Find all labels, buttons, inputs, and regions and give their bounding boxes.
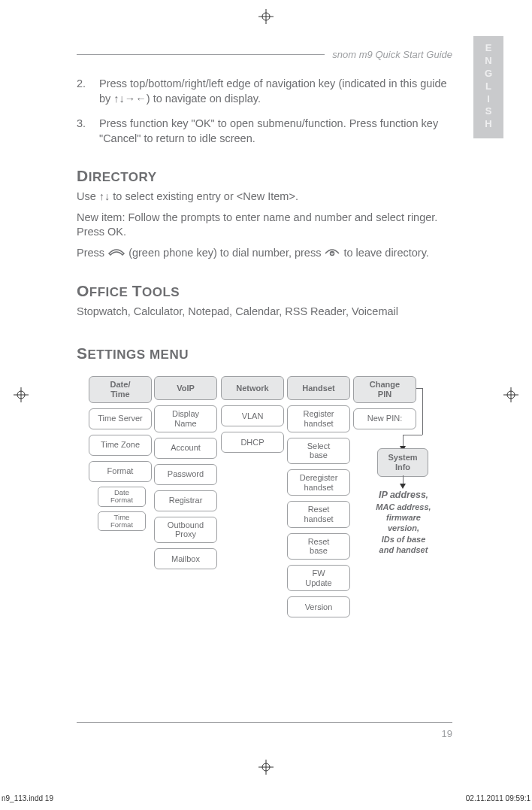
directory-p2: New item: Follow the prompts to enter na…: [77, 211, 452, 240]
guide-title: snom m9 Quick Start Guide: [332, 49, 452, 60]
step-3: 3. Press function key "OK" to open subme…: [77, 117, 452, 146]
col-voip: VoIP DisplayName Account Password Regist…: [154, 376, 217, 569]
system-info-text: IP address,MAC address,firmwareversion,I…: [362, 489, 445, 555]
page-number: 19: [442, 728, 452, 739]
item-reset-base: Resetbase: [287, 533, 350, 560]
menu-network: Network: [221, 376, 284, 400]
item-fw-update: FWUpdate: [287, 565, 350, 591]
registration-mark-icon: [258, 760, 274, 775]
item-vlan: VLAN: [221, 405, 284, 426]
lang-letter: G: [473, 68, 503, 80]
lang-letter: H: [473, 118, 503, 131]
registration-mark-icon: [14, 387, 29, 402]
item-account: Account: [154, 438, 217, 459]
item-mailbox: Mailbox: [154, 548, 217, 569]
item-date-format: DateFormat: [98, 487, 146, 507]
lang-letter: S: [473, 105, 503, 118]
connector-line: [403, 435, 422, 435]
registration-mark-icon: [503, 387, 518, 402]
end-call-icon: [324, 246, 340, 261]
item-registrar: Registrar: [154, 490, 217, 511]
menu-voip: VoIP: [154, 376, 217, 400]
item-time-format: TimeFormat: [98, 511, 146, 532]
office-tools-body: Stopwatch, Calculator, Notepad, Calendar…: [77, 305, 452, 320]
connector-line: [422, 388, 423, 435]
step-number: 3.: [77, 117, 99, 146]
page-header: snom m9 Quick Start Guide: [77, 49, 452, 60]
footer-rule: [77, 722, 452, 723]
item-time-server: Time Server: [89, 408, 152, 429]
settings-menu-diagram: Date/Time Time Server Time Zone Format D…: [77, 376, 445, 662]
item-register-handset: Registerhandset: [287, 405, 350, 432]
page-content: snom m9 Quick Start Guide 2. Press top/b…: [77, 49, 452, 662]
arrow-down-icon: [400, 484, 406, 489]
item-reset-handset: Resethandset: [287, 501, 350, 527]
item-version: Version: [287, 596, 350, 617]
step-number: 2.: [77, 77, 99, 106]
office-tools-list: Stopwatch, Calculator, Notepad, Calendar…: [77, 305, 452, 320]
item-select-base: Selectbase: [287, 438, 350, 464]
office-tools-heading: OFFICE TOOLS: [77, 282, 452, 300]
header-rule: [77, 54, 325, 55]
menu-handset: Handset: [287, 376, 350, 400]
col-date-time: Date/Time Time Server Time Zone Format D…: [89, 376, 152, 531]
directory-p1: Use ↑↓ to select existing entry or <New …: [77, 190, 452, 205]
item-outbound-proxy: OutboundProxy: [154, 517, 217, 543]
item-new-pin: New PIN:: [353, 408, 416, 429]
phone-handset-icon: [107, 246, 125, 261]
connector-line: [416, 388, 422, 389]
directory-p3: Press (green phone key) to dial number, …: [77, 246, 452, 261]
settings-menu-heading: SETTINGS MENU: [77, 344, 452, 363]
menu-date-time: Date/Time: [89, 376, 152, 402]
col-change-pin: ChangePIN New PIN:: [353, 376, 416, 429]
col-network: Network VLAN DHCP: [221, 376, 284, 453]
item-display-name: DisplayName: [154, 405, 217, 432]
item-time-zone: Time Zone: [89, 435, 152, 456]
item-deregister-handset: Deregisterhandset: [287, 469, 350, 496]
print-mark-timestamp: 02.11.2011 09:59:1: [466, 794, 530, 802]
item-format: Format: [89, 461, 152, 482]
print-mark-filename: n9_113.indd 19: [2, 794, 53, 802]
menu-change-pin: ChangePIN: [353, 376, 416, 402]
lang-letter: N: [473, 55, 503, 68]
directory-heading: DIRECTORY: [77, 167, 452, 185]
step-text: Press top/bottom/right/left edge of navi…: [99, 77, 452, 106]
col-handset: Handset Registerhandset Selectbase Dereg…: [287, 376, 350, 617]
lang-letter: I: [473, 93, 503, 106]
registration-mark-icon: [258, 9, 274, 24]
directory-body: Use ↑↓ to select existing entry or <New …: [77, 190, 452, 261]
numbered-steps: 2. Press top/bottom/right/left edge of n…: [77, 77, 452, 146]
item-password: Password: [154, 464, 217, 485]
system-info-box: SystemInfo: [377, 448, 428, 476]
step-2: 2. Press top/bottom/right/left edge of n…: [77, 77, 452, 106]
item-dhcp: DHCP: [221, 432, 284, 453]
language-tab: E N G L I S H: [473, 36, 503, 138]
lang-letter: L: [473, 80, 503, 93]
step-text: Press function key "OK" to open submenu/…: [99, 117, 452, 146]
lang-letter: E: [473, 42, 503, 55]
